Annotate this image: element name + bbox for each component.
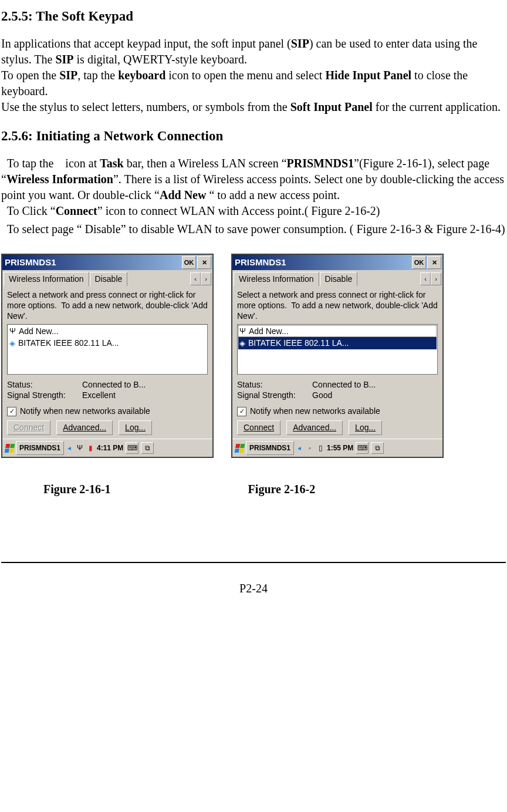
para-255: In applications that accept keypad input… — [1, 36, 506, 115]
para-256: To tap the icon at Task bar, then a Wire… — [1, 156, 506, 219]
tray-antenna-icon[interactable]: Ψ — [76, 443, 84, 453]
tab-wireless-information[interactable]: Wireless Information — [4, 272, 89, 286]
close-button[interactable]: ✕ — [197, 256, 211, 269]
sip-bold: SIP — [59, 69, 77, 82]
notify-checkbox[interactable]: ✓ — [237, 407, 246, 416]
tray-network-icon[interactable]: ◂ — [65, 443, 73, 453]
list-item-ap[interactable]: ◈ BITATEK IEEE 802.11 LA... — [8, 337, 207, 349]
screenshot-2-16-2: PRISMNDS1 OK ✕ Wireless Information Disa… — [231, 254, 444, 458]
list-item-label: BITATEK IEEE 802.11 LA... — [18, 338, 119, 349]
desktop-button[interactable]: ⧉ — [141, 442, 154, 454]
start-button[interactable] — [4, 442, 15, 454]
network-list[interactable]: Ψ Add New... ◈ BITATEK IEEE 802.11 LA... — [237, 324, 438, 375]
tab-scroll-left-button[interactable]: ‹ — [420, 272, 431, 285]
caption-2-16-2: Figure 2-16-2 — [248, 481, 316, 497]
instruction-text: Select a network and press connect or ri… — [237, 289, 438, 322]
notify-label: Notify when new networks available — [20, 406, 150, 417]
page-number: P2-24 — [1, 581, 506, 597]
tab-strip: Wireless Information Disable ‹ › — [232, 270, 442, 286]
tray-info-icon[interactable]: ◦ — [306, 443, 314, 453]
antenna-icon: Ψ — [9, 326, 16, 336]
list-item-ap-selected[interactable]: ◈ BITATEK IEEE 802.11 LA... — [238, 337, 437, 349]
system-tray: ◂ Ψ ▮ 4:11 PM ⌨ ⧉ — [65, 442, 154, 454]
list-item-label: Add New... — [19, 326, 59, 337]
text: In applications that accept keypad input… — [1, 37, 291, 50]
tray-battery-icon[interactable]: ▯ — [316, 443, 325, 453]
signal-value: Good — [312, 390, 332, 401]
task-bold: Task — [100, 157, 123, 170]
antenna-icon: Ψ — [239, 326, 246, 336]
taskbar: PRISMNDS1 ◂ ◦ ▯ 1:55 PM ⌨ ⧉ — [232, 439, 442, 457]
connect-button[interactable]: Connect — [237, 420, 280, 435]
notify-checkbox[interactable]: ✓ — [7, 407, 16, 416]
text: icon to open the menu and select — [165, 69, 325, 82]
tab-scroll-right-button[interactable]: › — [431, 272, 441, 285]
text: Use the stylus to select letters, number… — [1, 100, 290, 113]
instruction-text: Select a network and press connect or ri… — [7, 289, 208, 322]
advanced-button[interactable]: Advanced... — [286, 420, 343, 435]
text: bar, then a Wireless LAN screen “ — [124, 157, 287, 170]
network-list[interactable]: Ψ Add New... ◈ BITATEK IEEE 802.11 LA... — [7, 324, 208, 375]
para-256b: To select page “ Disable” to disable WLA… — [1, 221, 506, 237]
text: is digital, QWERTY-style keyboard. — [74, 53, 247, 66]
list-item-label: Add New... — [249, 326, 289, 337]
advanced-button[interactable]: Advanced... — [56, 420, 113, 435]
status-value: Connected to B... — [82, 379, 146, 390]
list-item-add-new[interactable]: Ψ Add New... — [8, 325, 207, 338]
ok-button[interactable]: OK — [182, 256, 196, 269]
status-value: Connected to B... — [312, 379, 376, 390]
tab-disable[interactable]: Disable — [90, 272, 128, 286]
log-button[interactable]: Log... — [119, 420, 152, 435]
notify-checkbox-row[interactable]: ✓ Notify when new networks available — [237, 406, 438, 417]
signal-label: Signal Strength: — [237, 390, 312, 401]
keyboard-bold: keyboard — [118, 69, 165, 82]
signal-value: Excellent — [82, 390, 116, 401]
notify-checkbox-row[interactable]: ✓ Notify when new networks available — [7, 406, 208, 417]
wireless-information-bold: Wireless Information — [6, 173, 113, 186]
log-button[interactable]: Log... — [349, 420, 382, 435]
titlebar[interactable]: PRISMNDS1 OK ✕ — [2, 255, 212, 270]
taskbar-clock[interactable]: 1:55 PM — [327, 443, 353, 453]
system-tray: ◂ ◦ ▯ 1:55 PM ⌨ ⧉ — [295, 442, 384, 454]
start-button[interactable] — [234, 442, 245, 454]
tray-battery-icon[interactable]: ▮ — [86, 443, 94, 453]
list-item-label: BITATEK IEEE 802.11 LA... — [248, 338, 349, 349]
client-area: Select a network and press connect or ri… — [232, 286, 442, 439]
add-new-bold: Add New — [160, 188, 206, 201]
taskbar-app-button[interactable]: PRISMNDS1 — [16, 441, 64, 455]
tab-wireless-information[interactable]: Wireless Information — [234, 272, 319, 286]
sip-toggle-button[interactable]: ⌨ — [356, 442, 369, 454]
tab-disable[interactable]: Disable — [320, 272, 358, 286]
text: To Click “ — [1, 204, 56, 217]
window-title: PRISMNDS1 — [235, 257, 286, 268]
ok-button[interactable]: OK — [412, 256, 426, 269]
status-label: Status: — [237, 379, 312, 390]
heading-256: 2.5.6: Initiating a Network Connection — [1, 127, 506, 145]
titlebar[interactable]: PRISMNDS1 OK ✕ — [232, 255, 442, 270]
text: for the current application. — [373, 100, 501, 113]
connect-button: Connect — [7, 420, 50, 435]
windows-logo-icon — [4, 444, 15, 453]
signal-row: Signal Strength: Excellent — [7, 390, 208, 401]
tab-scroll-right-button[interactable]: › — [201, 272, 211, 285]
text: “ to add a new access point. — [206, 188, 340, 201]
list-item-add-new[interactable]: Ψ Add New... — [238, 325, 437, 338]
hide-input-panel-bold: Hide Input Panel — [325, 69, 411, 82]
taskbar-clock[interactable]: 4:11 PM — [97, 443, 123, 453]
sip-toggle-button[interactable]: ⌨ — [126, 442, 138, 454]
prismnds1-bold: PRISMNDS1 — [287, 157, 354, 170]
connect-bold: Connect — [56, 204, 97, 217]
desktop-button[interactable]: ⧉ — [371, 442, 384, 454]
button-row: Connect Advanced... Log... — [237, 420, 438, 435]
taskbar-app-button[interactable]: PRISMNDS1 — [246, 441, 294, 455]
tab-strip: Wireless Information Disable ‹ › — [2, 270, 212, 286]
close-button[interactable]: ✕ — [427, 256, 441, 269]
status-row: Status: Connected to B... — [237, 379, 438, 390]
tray-network-icon[interactable]: ◂ — [295, 443, 303, 453]
status-label: Status: — [7, 379, 82, 390]
windows-logo-icon — [234, 444, 245, 453]
tab-scroll-left-button[interactable]: ‹ — [190, 272, 201, 285]
text: ” icon to connect WLAN with Access point… — [97, 204, 380, 217]
signal-icon: ◈ — [239, 338, 245, 349]
heading-255: 2.5.5: The Soft Keypad — [1, 7, 506, 25]
